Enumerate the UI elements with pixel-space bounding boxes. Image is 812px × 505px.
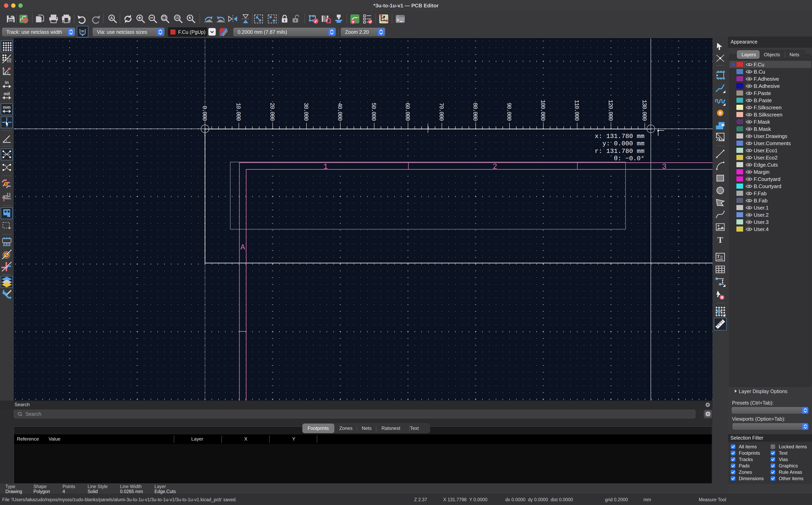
svg-text:3: 3 [662,162,667,171]
svg-text:A: A [110,16,113,20]
svg-text:T: T [717,235,723,244]
svg-text:in: in [5,80,9,85]
svg-text:r: r [4,68,5,72]
svg-text:mil: mil [4,92,10,96]
svg-text:90.000: 90.000 [505,103,512,121]
svg-text:2: 2 [493,162,497,171]
svg-text:θ: θ [7,71,9,74]
svg-text:x: 131.780 mm: x: 131.780 mm [595,133,645,140]
svg-text:T: T [717,254,720,259]
svg-text:θ: −0.0°: θ: −0.0° [614,155,645,162]
svg-text:40.000: 40.000 [336,103,343,121]
svg-text:60.000: 60.000 [404,103,411,121]
svg-text:80.000: 80.000 [472,103,478,121]
svg-text:120.000: 120.000 [607,100,613,121]
svg-text:100.000: 100.000 [539,100,546,121]
svg-text:mm: mm [3,105,11,110]
svg-text:A: A [241,243,245,252]
svg-text:10.000: 10.000 [235,103,241,121]
svg-text:1: 1 [323,162,328,171]
svg-text:y: 0.000 mm: y: 0.000 mm [602,140,645,147]
svg-text:130.000: 130.000 [641,100,648,121]
svg-text:r: 131.780 mm: r: 131.780 mm [595,148,645,155]
svg-text:50.000: 50.000 [370,103,377,121]
svg-text:70.000: 70.000 [438,103,444,121]
svg-text:20.000: 20.000 [269,103,275,121]
svg-text:30.000: 30.000 [303,103,309,121]
svg-text:110.000: 110.000 [573,100,580,121]
svg-text:0.000: 0.000 [201,106,208,121]
